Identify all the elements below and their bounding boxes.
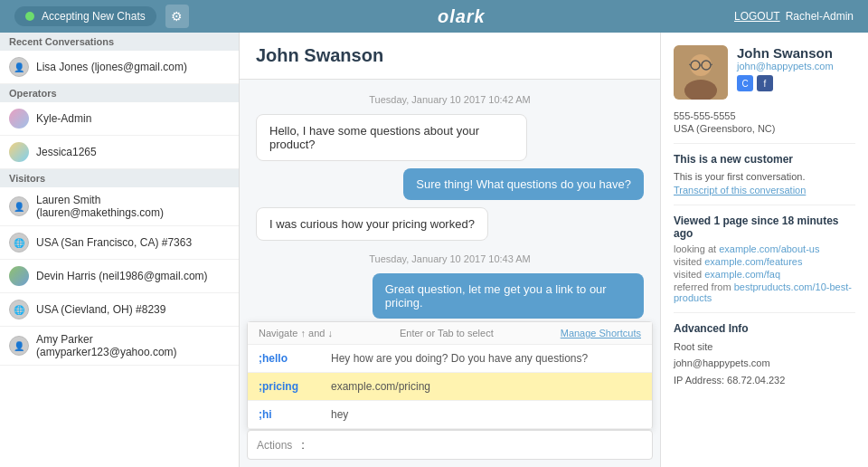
- messages: Tuesday, January 10 2017 10:42 AM Hello,…: [240, 80, 660, 321]
- sidebar-item-kyle[interactable]: Kyle-Admin: [0, 102, 239, 136]
- page-label-3: visited: [674, 269, 702, 280]
- shortcut-cmd-hello: ;hello: [259, 352, 331, 365]
- contact-name-right: John Swanson: [737, 45, 855, 61]
- fb-icon: f: [757, 75, 773, 91]
- contact-location: USA (Greensboro, NC): [674, 123, 855, 134]
- shortcut-cmd-pricing: ;pricing: [259, 380, 331, 393]
- sidebar-item-jessica[interactable]: Jessica1265: [0, 136, 239, 169]
- shortcut-val-pricing: example.com/pricing: [331, 380, 430, 393]
- shortcut-cmd-hi: ;hi: [259, 408, 331, 421]
- timestamp-1: Tuesday, January 10 2017 10:42 AM: [256, 94, 644, 105]
- sidebar-item-label-usa-cl: USA (Cievland, OH) #8239: [36, 303, 165, 316]
- manage-shortcuts-link[interactable]: Manage Shortcuts: [561, 328, 641, 338]
- admin-name: Rachel-Admin: [786, 10, 854, 23]
- sidebar-item-label-jessica: Jessica1265: [36, 146, 97, 158]
- chat-area: John Swanson Tuesday, January 10 2017 10…: [240, 33, 660, 467]
- visitors-header: Visitors: [0, 169, 239, 187]
- message-3: I was curious how your pricing worked?: [256, 207, 488, 241]
- shortcut-nav-hint: Navigate ↑ and ↓: [259, 328, 333, 338]
- chat-contact-name: John Swanson: [256, 45, 644, 66]
- sidebar-item-usa-sf[interactable]: 🌐 USA (San Francisco, CA) #7363: [0, 226, 239, 260]
- page-label-1: looking at: [674, 243, 716, 254]
- status-text: Accepting New Chats: [42, 10, 146, 23]
- shortcut-row-hi[interactable]: ;hi hey: [248, 401, 652, 429]
- sidebar-item-usa-cl[interactable]: 🌐 USA (Cievland, OH) #8239: [0, 293, 239, 327]
- actions-label: Actions: [257, 439, 292, 452]
- sidebar-item-label-usa-sf: USA (San Francisco, CA) #7363: [36, 236, 192, 249]
- page-url-1[interactable]: example.com/about-us: [719, 243, 819, 254]
- sidebar-item-label-amy: Amy Parker (amyparker123@yahoo.com): [36, 333, 230, 358]
- message-1: Hello, I have some questions about your …: [256, 114, 527, 161]
- operators-header: Operators: [0, 84, 239, 102]
- page-label-4: referred from: [674, 281, 731, 292]
- gear-button[interactable]: ⚙: [165, 5, 189, 28]
- pages-title: Viewed 1 page since 18 minutes ago: [674, 214, 855, 240]
- shortcut-row-hello[interactable]: ;hello Hey how are you doing? Do you hav…: [248, 345, 652, 373]
- page-visit-2: visited example.com/features: [674, 256, 855, 267]
- contact-header: John Swanson john@happypets.com C f: [674, 45, 855, 100]
- logout-area: LOGOUT Rachel-Admin: [734, 10, 854, 23]
- adv-line-2: john@happypets.com: [674, 355, 855, 372]
- page-visit-1: looking at example.com/about-us: [674, 243, 855, 254]
- adv-line-1: Root site: [674, 338, 855, 356]
- new-customer-title: This is a new customer: [674, 153, 855, 166]
- avatar-jessica: [9, 142, 29, 162]
- shortcut-select-hint: Enter or Tab to select: [400, 328, 494, 338]
- message-4: Great question, let me get you a link to…: [373, 273, 644, 319]
- first-convo-text: This is your first conversation.: [674, 169, 855, 185]
- sidebar: Recent Conversations 👤 Lisa Jones (ljone…: [0, 33, 240, 467]
- shortcut-val-hello: Hey how are you doing? Do you have any q…: [331, 352, 588, 365]
- chat-input[interactable]: [301, 436, 643, 453]
- chat-input-area: Actions: [247, 430, 653, 460]
- sidebar-item-label-kyle: Kyle-Admin: [36, 112, 91, 125]
- chrome-icon: C: [737, 75, 753, 91]
- contact-email: john@happypets.com: [737, 61, 855, 71]
- adv-line-3: IP Address: 68.72.04.232: [674, 372, 855, 389]
- shortcut-val-hi: hey: [331, 408, 348, 421]
- adv-title: Advanced Info: [674, 322, 855, 335]
- recent-conversations-header: Recent Conversations: [0, 33, 239, 51]
- avatar-usa-sf: 🌐: [9, 233, 29, 253]
- contact-phone: 555-555-5555: [674, 110, 855, 121]
- page-url-3[interactable]: example.com/faq: [704, 269, 780, 280]
- adv-info: Root site john@happypets.com IP Address:…: [674, 338, 855, 389]
- avatar-amy: 👤: [9, 336, 29, 356]
- sidebar-item-devin[interactable]: Devin Harris (neil1986@gmail.com): [0, 260, 239, 293]
- chat-input-label-row: Actions: [248, 431, 652, 459]
- page-visit-4: referred from bestpruducts.com/10-best-p…: [674, 281, 855, 303]
- message-2: Sure thing! What questions do you have?: [403, 168, 644, 200]
- chat-header: John Swanson: [240, 33, 660, 80]
- status-indicator: Accepting New Chats: [14, 6, 156, 26]
- logo: olark: [438, 6, 486, 27]
- avatar-usa-cl: 🌐: [9, 300, 29, 319]
- avatar-lauren: 👤: [9, 196, 29, 216]
- sidebar-item-amy[interactable]: 👤 Amy Parker (amyparker123@yahoo.com): [0, 327, 239, 366]
- logout-button[interactable]: LOGOUT: [734, 10, 780, 23]
- avatar-kyle: [9, 109, 29, 129]
- contact-info: John Swanson john@happypets.com C f: [737, 45, 855, 100]
- shortcut-header: Navigate ↑ and ↓ Enter or Tab to select …: [248, 322, 652, 345]
- sidebar-item-label-lauren: Lauren Smith (lauren@makethings.com): [36, 194, 230, 219]
- page-visit-3: visited example.com/faq: [674, 269, 855, 280]
- timestamp-2: Tuesday, January 10 2017 10:43 AM: [256, 253, 644, 264]
- sidebar-item-label-lisa: Lisa Jones (ljones@gmail.com): [36, 61, 187, 73]
- shortcut-row-pricing[interactable]: ;pricing example.com/pricing: [248, 373, 652, 401]
- shortcut-popup: Navigate ↑ and ↓ Enter or Tab to select …: [247, 321, 653, 430]
- page-label-2: visited: [674, 256, 702, 267]
- sidebar-item-lauren[interactable]: 👤 Lauren Smith (lauren@makethings.com): [0, 187, 239, 226]
- avatar-devin: [9, 266, 29, 286]
- avatar-lisa: 👤: [9, 57, 29, 77]
- status-dot: [25, 12, 34, 21]
- page-url-2[interactable]: example.com/features: [704, 256, 802, 267]
- right-panel: John Swanson john@happypets.com C f 555-…: [660, 33, 868, 467]
- sidebar-item-label-devin: Devin Harris (neil1986@gmail.com): [36, 270, 208, 282]
- transcript-link[interactable]: Transcript of this conversation: [674, 185, 855, 195]
- contact-avatar: [674, 45, 728, 100]
- sidebar-item-lisa[interactable]: 👤 Lisa Jones (ljones@gmail.com): [0, 51, 239, 84]
- social-icons: C f: [737, 75, 855, 91]
